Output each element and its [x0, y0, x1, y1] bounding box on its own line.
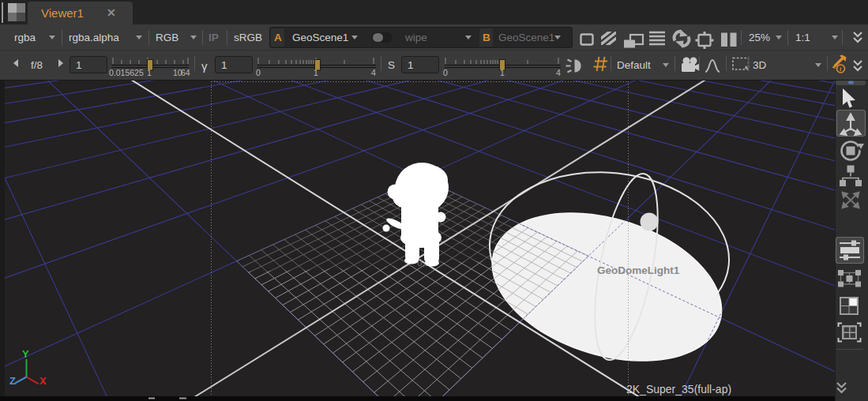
svg-text:i: i: [840, 66, 841, 73]
svg-text:Y: Y: [22, 348, 29, 360]
svg-text:2K_Super_35(full-ap): 2K_Super_35(full-ap): [626, 383, 731, 395]
svg-text:GeoDomeLight1: GeoDomeLight1: [597, 264, 680, 276]
svg-text:X: X: [39, 375, 47, 387]
svg-text:Z: Z: [9, 375, 16, 387]
